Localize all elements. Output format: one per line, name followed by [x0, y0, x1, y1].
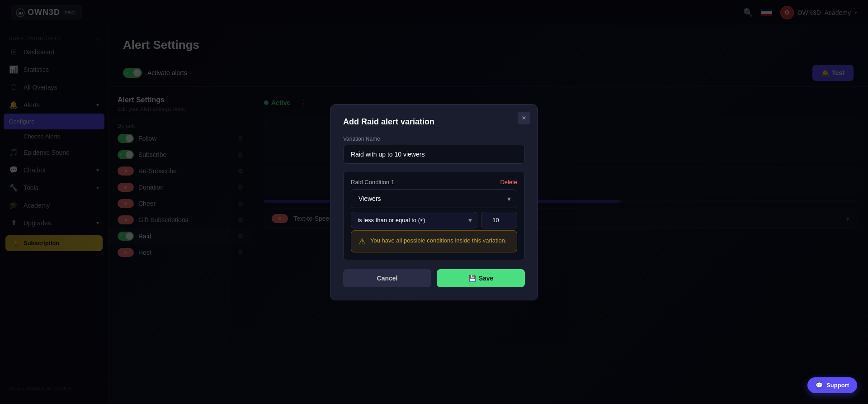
modal-close-button[interactable]: ×: [518, 112, 530, 124]
variation-name-label: Variation Name: [343, 136, 525, 142]
warning-box: ⚠ You have all possible conditions insid…: [351, 230, 517, 252]
delete-condition-link[interactable]: Delete: [500, 179, 517, 185]
raid-condition-header: Raid Condition 1 Delete: [351, 179, 517, 185]
modal-footer: Cancel 💾 Save: [343, 269, 525, 287]
raid-condition-label: Raid Condition 1: [351, 179, 394, 185]
support-label: Support: [826, 382, 849, 389]
warning-icon: ⚠: [359, 237, 366, 247]
modal-overlay: Add Raid alert variation × Variation Nam…: [0, 0, 868, 404]
operator-select-wrapper: is less than or equal to (≤) is greater …: [351, 212, 477, 228]
viewers-select[interactable]: Viewers: [351, 189, 517, 208]
condition-row: is less than or equal to (≤) is greater …: [351, 212, 517, 228]
variation-name-input[interactable]: [343, 145, 525, 164]
add-raid-alert-modal: Add Raid alert variation × Variation Nam…: [330, 104, 538, 300]
warning-text: You have all possible conditions inside …: [370, 236, 507, 245]
viewers-select-wrapper: Viewers: [351, 189, 517, 208]
support-button[interactable]: 💬 Support: [807, 377, 857, 393]
condition-value-input[interactable]: [481, 212, 517, 228]
save-button[interactable]: 💾 Save: [437, 269, 525, 287]
save-icon: 💾: [468, 275, 476, 282]
operator-select[interactable]: is less than or equal to (≤) is greater …: [351, 212, 477, 228]
support-icon: 💬: [816, 382, 823, 389]
cancel-button[interactable]: Cancel: [343, 269, 431, 287]
modal-title: Add Raid alert variation: [343, 117, 525, 127]
